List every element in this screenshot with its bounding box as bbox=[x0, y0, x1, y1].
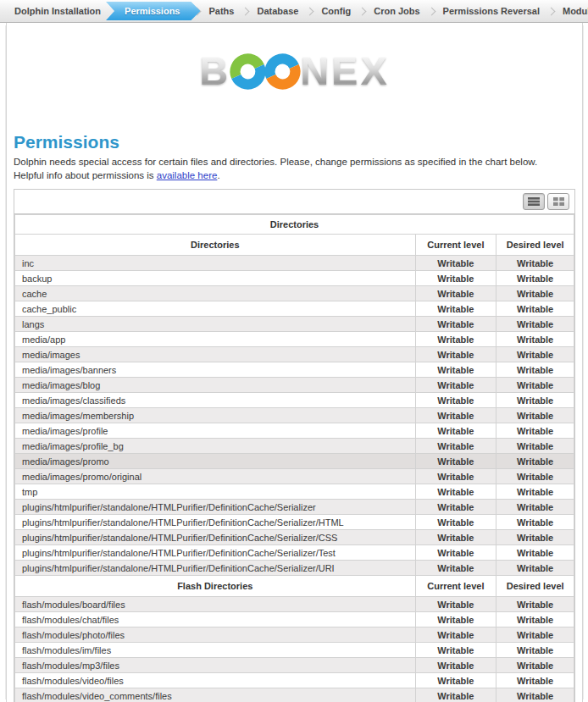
column-header-desired-level: Desired level bbox=[496, 235, 574, 256]
table-row: flash/modules/video_comments/filesWritab… bbox=[15, 688, 574, 702]
directory-path: plugins/htmlpurifier/standalone/HTMLPuri… bbox=[15, 545, 416, 561]
desired-level-value: Writable bbox=[496, 408, 574, 423]
directory-path: media/images/classifieds bbox=[15, 393, 416, 408]
directory-path: plugins/htmlpurifier/standalone/HTMLPuri… bbox=[15, 561, 416, 576]
section-header-label: Directories bbox=[15, 235, 416, 256]
column-header-desired-level: Desired level bbox=[496, 576, 574, 597]
intro-line1: Dolphin needs special access for certain… bbox=[14, 157, 537, 167]
directory-path: cache bbox=[15, 286, 416, 301]
current-level-value: Writable bbox=[415, 658, 496, 673]
nav-step-permissions-reversal[interactable]: Permissions Reversal bbox=[435, 6, 547, 16]
desired-level-value: Writable bbox=[496, 643, 574, 658]
table-caption: Directories bbox=[15, 215, 574, 235]
table-row: plugins/htmlpurifier/standalone/HTMLPuri… bbox=[15, 515, 574, 530]
current-level-value: Writable bbox=[415, 332, 496, 347]
section-header-row: Flash DirectoriesCurrent levelDesired le… bbox=[15, 576, 574, 597]
section-header-label: Flash Directories bbox=[15, 576, 416, 597]
directory-path: inc bbox=[15, 256, 416, 271]
directory-path: flash/modules/video/files bbox=[15, 673, 416, 688]
logo-letter-b: B bbox=[199, 51, 230, 91]
nav-step-paths[interactable]: Paths bbox=[201, 6, 241, 16]
directory-path: media/images bbox=[15, 347, 416, 362]
directory-path: cache_public bbox=[15, 301, 416, 317]
directory-path: media/images/promo bbox=[15, 454, 416, 469]
desired-level-value: Writable bbox=[496, 484, 574, 500]
current-level-value: Writable bbox=[415, 271, 496, 286]
chevron-separator-icon bbox=[241, 7, 250, 15]
desired-level-value: Writable bbox=[496, 286, 574, 301]
table-row: cacheWritableWritable bbox=[15, 286, 574, 301]
table-row: flash/modules/mp3/filesWritableWritable bbox=[15, 658, 574, 673]
current-level-value: Writable bbox=[415, 627, 496, 643]
table-row: tmpWritableWritable bbox=[15, 484, 574, 500]
nav-step-dolphin-installation[interactable]: Dolphin Installation bbox=[7, 6, 108, 16]
available-here-link[interactable]: available here bbox=[157, 170, 218, 180]
current-level-value: Writable bbox=[415, 317, 496, 332]
desired-level-value: Writable bbox=[496, 332, 574, 347]
table-row: media/images/promo/originalWritableWrita… bbox=[15, 469, 574, 484]
nav-step-config[interactable]: Config bbox=[313, 6, 358, 16]
current-level-value: Writable bbox=[415, 286, 496, 301]
grid-view-icon bbox=[553, 197, 564, 206]
directory-path: backup bbox=[15, 271, 416, 286]
directory-path: flash/modules/video_comments/files bbox=[15, 688, 416, 702]
desired-level-value: Writable bbox=[496, 597, 574, 612]
table-row: plugins/htmlpurifier/standalone/HTMLPuri… bbox=[15, 530, 574, 545]
nav-step-database[interactable]: Database bbox=[249, 6, 306, 16]
list-view-button[interactable] bbox=[523, 193, 545, 210]
table-row: flash/modules/im/filesWritableWritable bbox=[15, 643, 574, 658]
table-row: media/images/membershipWritableWritable bbox=[15, 408, 574, 423]
current-level-value: Writable bbox=[415, 612, 496, 627]
directory-path: flash/modules/board/files bbox=[15, 597, 416, 612]
desired-level-value: Writable bbox=[496, 688, 574, 702]
nav-step-cron-jobs[interactable]: Cron Jobs bbox=[366, 6, 427, 16]
table-row: media/imagesWritableWritable bbox=[15, 347, 574, 362]
current-level-value: Writable bbox=[415, 484, 496, 500]
desired-level-value: Writable bbox=[496, 317, 574, 332]
directory-path: flash/modules/chat/files bbox=[15, 612, 416, 627]
table-row: flash/modules/photo/filesWritableWritabl… bbox=[15, 627, 574, 643]
directory-path: media/images/promo/original bbox=[15, 469, 416, 484]
directory-path: flash/modules/mp3/files bbox=[15, 658, 416, 673]
current-level-value: Writable bbox=[415, 515, 496, 530]
desired-level-value: Writable bbox=[496, 673, 574, 688]
boonex-logo: B NEX bbox=[14, 51, 575, 91]
current-level-value: Writable bbox=[415, 597, 496, 612]
section-header-row: DirectoriesCurrent levelDesired level bbox=[15, 235, 574, 256]
permissions-panel: Directories DirectoriesCurrent levelDesi… bbox=[14, 189, 575, 702]
directory-path: plugins/htmlpurifier/standalone/HTMLPuri… bbox=[15, 515, 416, 530]
desired-level-value: Writable bbox=[496, 500, 574, 515]
directory-path: media/images/banners bbox=[15, 362, 416, 378]
table-row: flash/modules/video/filesWritableWritabl… bbox=[15, 673, 574, 688]
desired-level-value: Writable bbox=[496, 423, 574, 439]
current-level-value: Writable bbox=[415, 469, 496, 484]
directory-path: flash/modules/photo/files bbox=[15, 627, 416, 643]
view-toolbar bbox=[14, 190, 574, 214]
grid-view-button[interactable] bbox=[547, 193, 569, 210]
table-row: plugins/htmlpurifier/standalone/HTMLPuri… bbox=[15, 500, 574, 515]
nav-step-permissions[interactable]: Permissions bbox=[106, 2, 200, 20]
current-level-value: Writable bbox=[415, 500, 496, 515]
desired-level-value: Writable bbox=[496, 627, 574, 643]
table-row: backupWritableWritable bbox=[15, 271, 574, 286]
desired-level-value: Writable bbox=[496, 378, 574, 393]
desired-level-value: Writable bbox=[496, 530, 574, 545]
current-level-value: Writable bbox=[415, 408, 496, 423]
directory-path: media/images/blog bbox=[15, 378, 416, 393]
current-level-value: Writable bbox=[415, 347, 496, 362]
table-caption-row: Directories bbox=[15, 215, 574, 235]
desired-level-value: Writable bbox=[496, 515, 574, 530]
desired-level-value: Writable bbox=[496, 301, 574, 317]
current-level-value: Writable bbox=[415, 688, 496, 702]
chevron-separator-icon bbox=[427, 7, 435, 15]
nav-step-modules[interactable]: Modules bbox=[555, 6, 588, 16]
desired-level-value: Writable bbox=[496, 545, 574, 561]
table-row: media/images/blogWritableWritable bbox=[15, 378, 574, 393]
intro-suffix: . bbox=[217, 170, 219, 180]
current-level-value: Writable bbox=[415, 545, 496, 561]
current-level-value: Writable bbox=[415, 530, 496, 545]
permissions-table: Directories DirectoriesCurrent levelDesi… bbox=[14, 214, 574, 702]
chevron-separator-icon bbox=[547, 7, 556, 15]
desired-level-value: Writable bbox=[496, 454, 574, 469]
desired-level-value: Writable bbox=[496, 362, 574, 378]
